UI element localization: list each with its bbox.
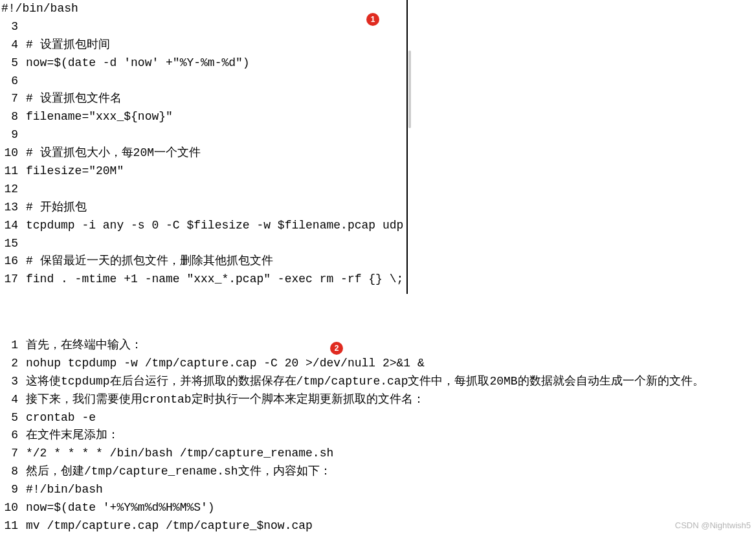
code-text: tcpdump -i any -s 0 -C $filesize -w $fil… xyxy=(26,219,403,232)
code-text: # 设置抓包时间 xyxy=(26,38,110,51)
code-text: # 开始抓包 xyxy=(26,201,87,214)
code-text: 首先，在终端中输入： xyxy=(26,339,142,352)
code-text: crontab -e xyxy=(26,411,96,424)
line-number: 12 xyxy=(1,181,18,199)
line-number: 9 xyxy=(1,126,18,144)
code-line: 4# 设置抓包时间 xyxy=(1,36,406,54)
line-number: 14 xyxy=(1,217,18,235)
code-text: */2 * * * * /bin/bash /tmp/capture_renam… xyxy=(26,447,333,460)
code-line: 17find . -mtime +1 -name "xxx_*.pcap" -e… xyxy=(1,271,406,289)
code-line: 6在文件末尾添加： xyxy=(1,427,752,445)
annotation-marker-1: 1 xyxy=(366,13,379,26)
code-text: now=$(date '+%Y%m%d%H%M%S') xyxy=(26,501,215,514)
line-number: 3 xyxy=(1,18,18,36)
annotation-marker-2: 2 xyxy=(330,342,343,355)
code-text: find . -mtime +1 -name "xxx_*.pcap" -exe… xyxy=(26,273,403,285)
code-line: 12 xyxy=(1,181,406,199)
line-number: 11 xyxy=(1,162,18,181)
code-line: 7# 设置抓包文件名 xyxy=(1,90,406,108)
line-number: 13 xyxy=(1,199,18,217)
code-line: 8filename="xxx_${now}" xyxy=(1,108,406,126)
line-number: 9 xyxy=(1,481,18,499)
code-line: 10now=$(date '+%Y%m%d%H%M%S') xyxy=(1,499,752,517)
line-number: 7 xyxy=(1,90,18,108)
marker-label: 1 xyxy=(371,14,375,26)
line-number: 11 xyxy=(1,517,18,535)
code-line: 14tcpdump -i any -s 0 -C $filesize -w $f… xyxy=(1,217,406,235)
line-number: 4 xyxy=(1,391,18,409)
code-line: 8然后，创建/tmp/capture_rename.sh文件，内容如下： xyxy=(1,463,752,481)
line-number: 8 xyxy=(1,108,18,126)
code-line: 4接下来，我们需要使用crontab定时执行一个脚本来定期更新抓取的文件名： xyxy=(1,391,752,409)
code-line: 9#!/bin/bash xyxy=(1,481,752,499)
code-text: mv /tmp/capture.cap /tmp/capture_$now.ca… xyxy=(26,519,313,532)
line-number: 5 xyxy=(1,54,18,73)
line-number: 3 xyxy=(1,373,18,391)
code-line: 3 xyxy=(1,18,406,36)
code-text: 这将使tcpdump在后台运行，并将抓取的数据保存在/tmp/capture.c… xyxy=(26,375,704,388)
code-line: 11mv /tmp/capture.cap /tmp/capture_$now.… xyxy=(1,517,752,535)
scrollbar-hint xyxy=(408,50,411,128)
code-line: #!/bin/bash xyxy=(1,0,406,18)
line-number: 2 xyxy=(1,355,18,373)
line-number: 10 xyxy=(1,144,18,162)
code-text: now=$(date -d 'now' +"%Y-%m-%d") xyxy=(26,56,250,69)
code-line: 13# 开始抓包 xyxy=(1,199,406,217)
line-number: 16 xyxy=(1,252,18,271)
code-line: 7*/2 * * * * /bin/bash /tmp/capture_rena… xyxy=(1,445,752,463)
line-number: 4 xyxy=(1,36,18,54)
code-line: 6 xyxy=(1,73,406,91)
code-line: 5now=$(date -d 'now' +"%Y-%m-%d") xyxy=(1,54,406,73)
code-line: 2nohup tcpdump -w /tmp/capture.cap -C 20… xyxy=(1,355,752,373)
line-number: 6 xyxy=(1,427,18,445)
line-number: 10 xyxy=(1,499,18,517)
code-text: 然后，创建/tmp/capture_rename.sh文件，内容如下： xyxy=(26,465,331,478)
code-line: 10# 设置抓包大小，每20M一个文件 xyxy=(1,144,406,162)
line-number: 1 xyxy=(1,337,18,355)
line-number: 6 xyxy=(1,73,18,91)
line-number: 5 xyxy=(1,409,18,427)
marker-label: 2 xyxy=(335,342,339,355)
code-line: 15 xyxy=(1,235,406,253)
code-text: 在文件末尾添加： xyxy=(26,429,119,441)
code-text: # 保留最近一天的抓包文件，删除其他抓包文件 xyxy=(26,254,273,267)
code-line: 11filesize="20M" xyxy=(1,162,406,181)
code-text: # 设置抓包文件名 xyxy=(26,92,122,105)
line-number: 8 xyxy=(1,463,18,481)
code-line: 1首先，在终端中输入： xyxy=(1,337,752,355)
code-text: # 设置抓包大小，每20M一个文件 xyxy=(26,146,201,159)
code-text: filename="xxx_${now}" xyxy=(26,110,173,123)
code-text: #!/bin/bash xyxy=(1,2,78,15)
code-block-2: 1首先，在终端中输入： 2nohup tcpdump -w /tmp/captu… xyxy=(1,337,752,536)
line-number: 15 xyxy=(1,235,18,253)
code-text: #!/bin/bash xyxy=(26,483,103,496)
code-block-1: #!/bin/bash 3 4# 设置抓包时间 5now=$(date -d '… xyxy=(1,0,408,294)
line-number: 7 xyxy=(1,445,18,463)
code-text: filesize="20M" xyxy=(26,164,124,177)
line-number: 17 xyxy=(1,271,18,289)
code-line: 5crontab -e xyxy=(1,409,752,427)
code-line: 3这将使tcpdump在后台运行，并将抓取的数据保存在/tmp/capture.… xyxy=(1,373,752,391)
code-line: 16# 保留最近一天的抓包文件，删除其他抓包文件 xyxy=(1,252,406,271)
code-line: 9 xyxy=(1,126,406,144)
code-text: 接下来，我们需要使用crontab定时执行一个脚本来定期更新抓取的文件名： xyxy=(26,393,425,406)
code-text: nohup tcpdump -w /tmp/capture.cap -C 20 … xyxy=(26,357,425,370)
